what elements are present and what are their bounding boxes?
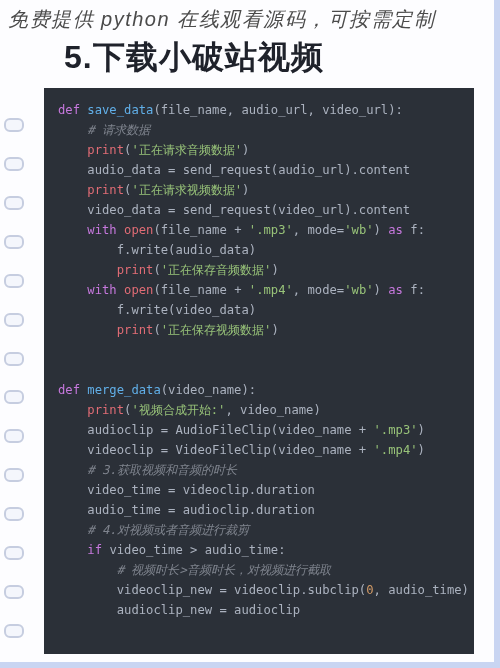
str-save-video: '正在保存视频数据' [161,323,272,337]
code-block: def save_data(file_name, audio_url, vide… [44,88,474,654]
videoclip-line: videoclip = VideoFileClip(video_name + [87,443,373,457]
close-1: ) [374,223,389,237]
str-mp3: '.mp3' [249,223,293,237]
kw-with-2: with [87,283,116,297]
kw-with-1: with [87,223,116,237]
audioclip-line: audioclip = AudioFileClip(video_name + [87,423,373,437]
str-wb-2: 'wb' [344,283,373,297]
audio-time-line: audio_time = audioclip.duration [87,503,314,517]
str-mp4-2: '.mp4' [374,443,418,457]
if-cond: video_time > audio_time: [102,543,285,557]
open-2: open [124,283,153,297]
fn-merge-data: merge_data [87,383,160,397]
comment-sub: # 视频时长>音频时长，对视频进行截取 [117,563,331,577]
comment-req: # 请求数据 [87,123,150,137]
page-root: 免费提供 python 在线观看源码，可按需定制 5.下载小破站视频 def s… [0,0,500,668]
str-wb-1: 'wb' [344,223,373,237]
print-1: print [87,143,124,157]
line-video-data: video_data = send_request(video_url).con… [87,203,410,217]
str-mp4: '.mp4' [249,283,293,297]
video-time-line: video_time = videoclip.duration [87,483,314,497]
close-3: ) [418,423,425,437]
str-merge-start: '视频合成开始:' [131,403,225,417]
comment-3: # 3.获取视频和音频的时长 [87,463,236,477]
params-save: (file_name, audio_url, video_url): [153,103,402,117]
write-video: f.write(video_data) [117,303,256,317]
params-merge: (video_name): [161,383,256,397]
close-2: ) [374,283,389,297]
kw-if: if [87,543,102,557]
print-2: print [87,183,124,197]
write-audio: f.write(audio_data) [117,243,256,257]
fn-save-data: save_data [87,103,153,117]
open-args-mp3: (file_name + [153,223,248,237]
fvar-2: f: [403,283,425,297]
page-headline: 免费提供 python 在线观看源码，可按需定制 [8,6,482,33]
print-3: print [117,263,154,277]
page-title: 5.下载小破站视频 [64,36,324,80]
kw-as-1: as [388,223,403,237]
line-audio-data: audio_data = send_request(audio_url).con… [87,163,410,177]
vnew-a: videoclip_new = videoclip.subclip( [117,583,366,597]
kw-def: def [58,103,80,117]
print-4: print [117,323,154,337]
print-tail: , video_name) [225,403,320,417]
mode-arg-1: , mode= [293,223,344,237]
spiral-binding [4,118,30,638]
fvar-1: f: [403,223,425,237]
vnew-b: , audio_time) [374,583,469,597]
kw-def-2: def [58,383,80,397]
print-merge: print [87,403,124,417]
comment-4: # 4.对视频或者音频进行裁剪 [87,523,248,537]
str-mp3-2: '.mp3' [374,423,418,437]
open-args-mp4: (file_name + [153,283,248,297]
anew: audioclip_new = audioclip [117,603,300,617]
str-req-video: '正在请求视频数据' [131,183,242,197]
str-req-audio: '正在请求音频数据' [131,143,242,157]
close-4: ) [418,443,425,457]
num-zero: 0 [366,583,373,597]
open-1: open [124,223,153,237]
str-save-audio: '正在保存音频数据' [161,263,272,277]
kw-as-2: as [388,283,403,297]
mode-arg-2: , mode= [293,283,344,297]
